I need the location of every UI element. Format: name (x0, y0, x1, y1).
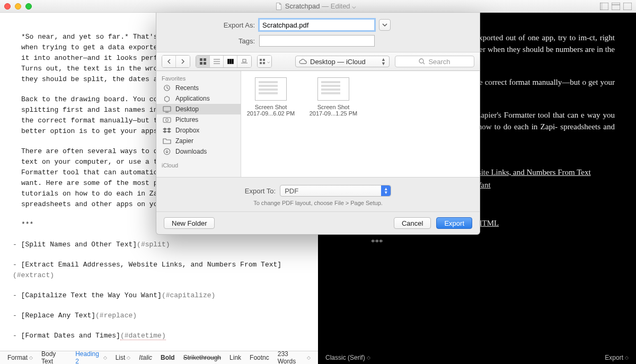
chevron-down-icon (382, 23, 387, 27)
svg-rect-11 (263, 59, 265, 61)
view-mode-segmented (196, 55, 252, 68)
nav-back-forward (162, 55, 190, 68)
svg-rect-10 (260, 59, 262, 61)
grouping-menu[interactable]: ⌵ (257, 55, 272, 68)
tags-input[interactable] (259, 35, 375, 47)
cloud-icon (299, 58, 307, 65)
svg-rect-9 (243, 59, 246, 62)
sidebar-item-downloads[interactable]: Downloads (156, 146, 241, 157)
export-format-popup[interactable]: PDF ▲▼ (280, 185, 391, 197)
traffic-lights (4, 3, 32, 10)
word-count[interactable]: 233 Words◇ (278, 350, 311, 364)
document-icon (276, 3, 282, 10)
export-button[interactable]: Export ◇ (605, 354, 629, 361)
svg-point-19 (166, 119, 169, 121)
dropbox-icon (163, 127, 171, 134)
status-toolbar: Format◇ Body Text Heading 2◇ List◇ Itali… (0, 351, 636, 364)
columns-icon (227, 59, 234, 64)
list-item[interactable]: [Format Dates and Times](#datetime) (13, 331, 297, 341)
sidebar-item-zapier[interactable]: Zapier (156, 136, 241, 146)
separator: *** (371, 236, 615, 248)
desktop-icon (163, 105, 171, 113)
coverflow-icon (241, 59, 248, 64)
list-style-menu[interactable]: List◇ (116, 354, 131, 361)
svg-rect-7 (200, 62, 202, 65)
sidebar-item-dropbox[interactable]: Dropbox (156, 125, 241, 136)
format-menu[interactable]: Format◇ (7, 354, 33, 361)
paragraph-style-heading[interactable]: Heading 2◇ (75, 350, 107, 364)
file-item[interactable]: Screen Shot 2017-09...6.02 PM (246, 77, 295, 117)
chevron-left-icon (167, 59, 171, 64)
titlebar-view-controls (600, 3, 632, 10)
list-icon (214, 59, 220, 64)
app-icon (163, 95, 171, 102)
footnote-button[interactable]: Footnc (250, 354, 269, 361)
bold-button[interactable]: Bold (161, 354, 175, 361)
sidebar-item-recents[interactable]: Recents (156, 83, 241, 93)
link-button[interactable]: Link (229, 354, 241, 361)
tags-label: Tags: (165, 37, 255, 45)
grid-icon (200, 58, 206, 65)
preview-style-menu[interactable]: Classic (Serif) ◇ (325, 354, 370, 361)
new-folder-button[interactable]: New Folder (164, 217, 215, 229)
sidebar-header-icloud: iCloud (156, 160, 241, 170)
sidebar-header-favorites: Favorites (156, 73, 241, 83)
back-button[interactable] (162, 56, 176, 67)
list-view-button[interactable] (210, 56, 224, 67)
file-thumbnail-icon (317, 77, 349, 101)
svg-rect-18 (163, 118, 171, 122)
file-thumbnail-icon (255, 77, 287, 101)
export-confirm-button[interactable]: Export (436, 217, 472, 229)
download-icon (163, 148, 171, 155)
cancel-button[interactable]: Cancel (394, 217, 431, 229)
file-browser: Favorites Recents Applications Desktop P… (156, 71, 480, 177)
svg-rect-8 (204, 62, 206, 65)
sidebar-item-pictures[interactable]: Pictures (156, 114, 241, 125)
icon-view-button[interactable] (196, 56, 210, 67)
export-options: Export To: PDF ▲▼ To change PDF layout, … (156, 177, 480, 211)
forward-button[interactable] (176, 56, 190, 67)
svg-rect-13 (263, 62, 265, 64)
group-by-button[interactable]: ⌵ (258, 56, 271, 67)
layout-split-icon[interactable] (600, 3, 608, 10)
sheet-footer: New Folder Cancel Export (156, 211, 480, 234)
paragraph-style-body[interactable]: Body Text (41, 350, 67, 364)
italic-button[interactable]: Italic (139, 354, 152, 361)
close-window-button[interactable] (4, 3, 11, 10)
filename-input[interactable] (259, 19, 375, 31)
list-item[interactable]: [Split Names and Other Text](#split) (13, 239, 297, 250)
list-item[interactable]: [Capitalize Text the Way You Want](#capi… (13, 290, 297, 301)
export-hint: To change PDF layout, choose File > Page… (165, 200, 471, 206)
file-browser-sidebar: Favorites Recents Applications Desktop P… (156, 71, 241, 177)
search-field[interactable]: Search (395, 56, 474, 67)
preview-status-right: Classic (Serif) ◇ Export ◇ (318, 351, 636, 364)
zoom-window-button[interactable] (25, 3, 32, 10)
svg-rect-4 (623, 3, 632, 10)
svg-rect-17 (163, 106, 171, 111)
svg-rect-6 (204, 58, 206, 61)
minimize-window-button[interactable] (15, 3, 21, 10)
editor-status-left: Format◇ Body Text Heading 2◇ List◇ Itali… (0, 351, 318, 364)
export-sheet: Export As: Tags: (156, 13, 480, 235)
export-as-label: Export As: (165, 21, 255, 29)
file-item[interactable]: Screen Shot 2017-09...1.25 PM (309, 77, 358, 117)
column-view-button[interactable] (224, 56, 237, 67)
list-item[interactable]: [Extract Email Addresses, Website Links,… (13, 260, 297, 281)
svg-rect-5 (200, 58, 202, 61)
svg-point-14 (419, 59, 423, 63)
layout-single-icon[interactable] (612, 3, 620, 10)
expand-save-dialog-button[interactable] (379, 19, 391, 31)
strikethrough-button[interactable]: Strikethrough (183, 354, 221, 361)
location-popup[interactable]: Desktop — iCloud ▲▼ (295, 56, 390, 67)
list-item[interactable]: [Replace Any Text](#replace) (13, 310, 297, 321)
file-grid[interactable]: Screen Shot 2017-09...6.02 PM Screen Sho… (241, 71, 480, 177)
sidebar-item-desktop[interactable]: Desktop (156, 104, 241, 114)
sidebar-item-applications[interactable]: Applications (156, 93, 241, 104)
coverflow-view-button[interactable] (237, 56, 251, 67)
window-title[interactable]: Scratchpad — Edited ⌵ (32, 2, 600, 10)
grid-small-icon (260, 59, 266, 64)
window-titlebar: Scratchpad — Edited ⌵ (0, 0, 636, 13)
file-browser-toolbar: ⌵ Desktop — iCloud ▲▼ Search (156, 52, 480, 71)
svg-line-15 (423, 63, 425, 64)
layout-full-icon[interactable] (623, 3, 632, 10)
